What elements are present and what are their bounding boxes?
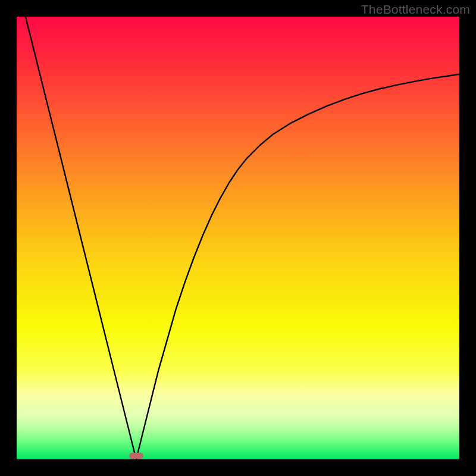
- chart-background: [17, 17, 459, 459]
- watermark-text: TheBottleneck.com: [361, 2, 470, 17]
- chart-plot: [17, 17, 459, 459]
- minimum-marker: [129, 453, 143, 459]
- chart-frame: TheBottleneck.com: [0, 0, 476, 476]
